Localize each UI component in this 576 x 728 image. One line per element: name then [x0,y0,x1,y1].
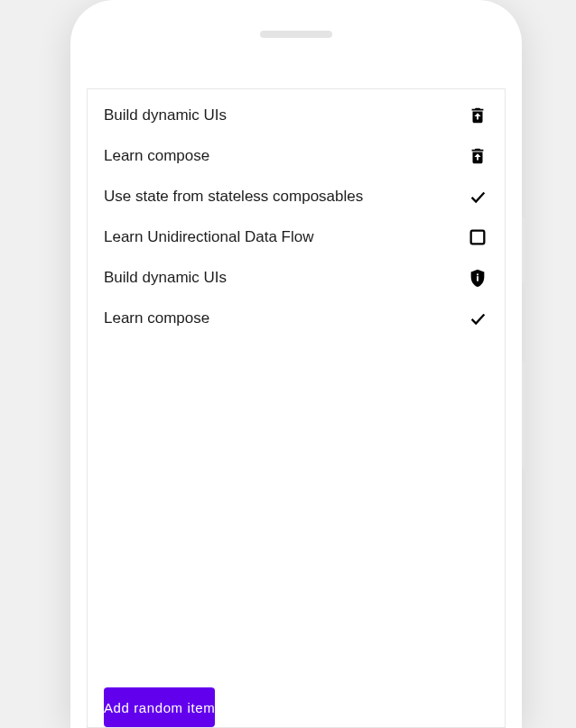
list-item[interactable]: Build dynamic UIs [88,257,505,298]
phone-speaker [260,31,332,38]
list-item[interactable]: Learn Unidirectional Data Flow [88,217,505,257]
phone-side-button-1 [522,218,525,283]
restore-trash-icon[interactable] [467,145,488,167]
list-item-label: Build dynamic UIs [104,106,227,124]
shield-info-icon[interactable] [467,267,488,289]
list-item-label: Build dynamic UIs [104,269,227,287]
svg-rect-1 [477,276,478,281]
restore-trash-icon[interactable] [467,105,488,126]
list-item-label: Learn compose [104,309,209,327]
button-area: Add random item [88,687,505,727]
check-icon[interactable] [467,308,488,329]
list-item[interactable]: Learn compose [88,135,505,176]
phone-frame: Build dynamic UIs Learn compose Use stat… [70,0,522,728]
check-icon[interactable] [467,186,488,207]
button-label: Add random item [104,700,215,715]
add-random-item-button[interactable]: Add random item [104,687,215,727]
list-item-label: Use state from stateless composables [104,188,363,206]
list-item[interactable]: Build dynamic UIs [88,95,505,135]
list-item[interactable]: Use state from stateless composables [88,176,505,217]
list-item[interactable]: Learn compose [88,298,505,338]
phone-side-button-2 [522,361,525,469]
svg-rect-2 [477,273,478,275]
app-screen: Build dynamic UIs Learn compose Use stat… [87,88,506,728]
checkbox-empty-icon[interactable] [467,226,488,248]
svg-rect-0 [471,230,485,244]
list-item-label: Learn compose [104,147,209,165]
item-list: Build dynamic UIs Learn compose Use stat… [88,89,505,687]
list-item-label: Learn Unidirectional Data Flow [104,228,313,246]
